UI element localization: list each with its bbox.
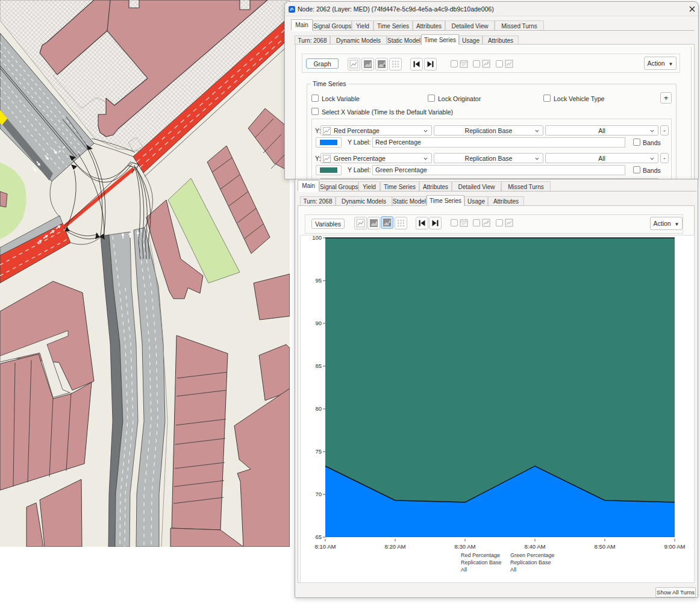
svg-text:100: 100	[312, 235, 322, 241]
svg-text:8:40 AM: 8:40 AM	[525, 543, 546, 550]
svg-text:Replication Base: Replication Base	[510, 559, 551, 565]
svg-text:75: 75	[315, 448, 322, 455]
svg-text:8:20 AM: 8:20 AM	[385, 543, 406, 550]
svg-text:All: All	[510, 567, 516, 573]
svg-text:All: All	[461, 567, 467, 573]
svg-text:9:00 AM: 9:00 AM	[664, 543, 686, 550]
svg-text:85: 85	[315, 363, 322, 369]
svg-text:Green Percentage: Green Percentage	[510, 552, 555, 558]
svg-text:8:10 AM: 8:10 AM	[315, 543, 336, 550]
svg-text:8:50 AM: 8:50 AM	[595, 543, 616, 550]
svg-text:Red Percentage: Red Percentage	[461, 552, 500, 558]
svg-text:90: 90	[315, 320, 322, 326]
svg-text:80: 80	[315, 405, 322, 412]
svg-text:8:30 AM: 8:30 AM	[455, 543, 476, 550]
svg-text:95: 95	[315, 277, 322, 284]
svg-text:65: 65	[315, 534, 322, 540]
svg-text:70: 70	[315, 491, 322, 497]
svg-text:Replication Base: Replication Base	[461, 559, 502, 565]
